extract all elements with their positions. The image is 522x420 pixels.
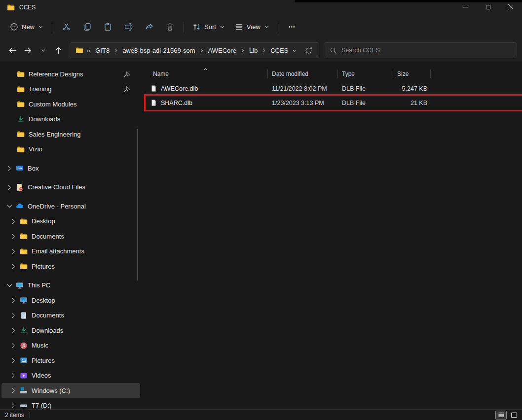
file-row-awecore-dlb[interactable]: AWECore.dlb11/21/2022 8:02 PMDLB File5,2…	[146, 81, 522, 96]
sidebar-item-desktop[interactable]: Desktop	[1, 293, 140, 308]
sidebar-item-label: Custom Modules	[29, 101, 77, 108]
sidebar-item-label: Pictures	[32, 357, 55, 364]
delete-button[interactable]	[159, 19, 180, 35]
column-header-size[interactable]: Size	[393, 68, 431, 80]
folder-icon	[20, 232, 28, 240]
sidebar-item-vizio[interactable]: Vizio	[1, 142, 140, 157]
sidebar-item-label: Documents	[32, 312, 64, 319]
chevron-right-icon[interactable]	[10, 313, 17, 318]
sidebar-item-creative-cloud-files[interactable]: Creative Cloud Files	[1, 180, 140, 195]
monitor-icon	[20, 296, 28, 304]
back-button[interactable]	[6, 44, 19, 57]
chevron-right-icon[interactable]	[112, 48, 119, 53]
breadcrumb-segment-lib[interactable]: Lib	[246, 45, 261, 56]
sidebar-item-documents[interactable]: Documents	[1, 229, 140, 244]
up-button[interactable]	[52, 44, 65, 57]
breadcrumb-segment-awe8-bsp-adi-21569-som[interactable]: awe8-bsp-adi-21569-som	[119, 45, 198, 56]
large-icons-view-button[interactable]	[508, 411, 520, 420]
sidebar-item-onedrive-personal[interactable]: OneDrive - Personal	[1, 199, 140, 214]
address-bar[interactable]: « GIT8awe8-bsp-adi-21569-somAWECoreLibCC…	[70, 42, 319, 58]
sidebar-item-training[interactable]: Training	[1, 82, 140, 97]
folder-icon	[7, 3, 15, 11]
toolbar-separator	[52, 22, 52, 33]
sidebar-item-label: This PC	[28, 281, 50, 289]
details-view-button[interactable]	[495, 411, 507, 420]
sidebar-item-custom-modules[interactable]: Custom Modules	[1, 97, 140, 112]
breadcrumb-segment-git8[interactable]: GIT8	[92, 45, 112, 56]
sidebar-item-pictures[interactable]: Pictures	[1, 259, 140, 274]
chevron-right-icon[interactable]	[10, 263, 17, 269]
chevron-right-icon[interactable]	[198, 48, 205, 53]
sidebar-item-sales-engineering[interactable]: Sales Engineering	[1, 127, 140, 142]
sidebar-item-email-attachments[interactable]: Email attachments	[1, 244, 140, 259]
folder-icon	[75, 46, 83, 54]
sidebar-item-box[interactable]: boxBox	[1, 161, 140, 176]
recent-locations-button[interactable]	[37, 44, 50, 57]
forward-button[interactable]	[21, 44, 35, 57]
sidebar-item-downloads[interactable]: Downloads	[1, 112, 140, 127]
window-controls	[454, 0, 522, 15]
close-button[interactable]	[499, 0, 522, 15]
breadcrumb-overflow-icon[interactable]: «	[87, 47, 90, 54]
column-headers: NameDate modifiedTypeSize	[146, 68, 522, 80]
sidebar-item-label: Downloads	[29, 115, 60, 123]
sidebar-item-music[interactable]: Music	[1, 338, 140, 353]
pictures-icon	[20, 356, 28, 364]
sidebar-item-label: Documents	[32, 233, 64, 240]
cut-button[interactable]	[56, 19, 76, 35]
address-dropdown-icon[interactable]	[292, 48, 297, 53]
sidebar-item-desktop[interactable]: Desktop	[1, 214, 140, 229]
file-row-sharc-dlb[interactable]: SHARC.dlb1/23/2023 3:13 PMDLB File21 KB	[146, 96, 522, 110]
sidebar-item-videos[interactable]: Videos	[1, 368, 140, 384]
share-button[interactable]	[139, 19, 159, 35]
breadcrumb-segment-awecore[interactable]: AWECore	[205, 45, 239, 56]
chevron-right-icon[interactable]	[261, 48, 267, 53]
sidebar-item-reference-designs[interactable]: Reference Designs	[1, 67, 140, 82]
view-button[interactable]: View	[230, 19, 274, 35]
refresh-icon[interactable]	[305, 47, 312, 54]
sidebar-item-label: Vizio	[29, 145, 42, 153]
column-header-type[interactable]: Type	[338, 68, 393, 80]
paste-button[interactable]	[97, 19, 118, 35]
chevron-right-icon[interactable]	[10, 327, 17, 333]
rename-button[interactable]	[118, 19, 139, 35]
new-button[interactable]: New	[5, 19, 48, 35]
sidebar-item-downloads[interactable]: Downloads	[1, 323, 140, 338]
chevron-right-icon[interactable]	[239, 48, 246, 53]
sidebar-item-pictures[interactable]: Pictures	[1, 353, 140, 368]
minimize-button[interactable]	[454, 0, 477, 15]
chevron-right-icon[interactable]	[10, 403, 17, 409]
copy-button[interactable]	[76, 19, 97, 35]
file-pane: NameDate modifiedTypeSize AWECore.dlb11/…	[142, 62, 522, 409]
sidebar-scrollbar[interactable]	[137, 129, 138, 280]
chevron-right-icon[interactable]	[10, 248, 17, 254]
breadcrumb: GIT8awe8-bsp-adi-21569-somAWECoreLibCCES	[92, 45, 291, 56]
chevron-right-icon[interactable]	[10, 357, 17, 363]
chevron-right-icon[interactable]	[10, 387, 17, 393]
chevron-right-icon[interactable]	[6, 184, 13, 190]
chevron-right-icon[interactable]	[10, 297, 17, 303]
column-header-date-modified[interactable]: Date modified	[268, 68, 338, 80]
breadcrumb-segment-cces[interactable]: CCES	[267, 45, 291, 56]
sidebar-item-this-pc[interactable]: This PC	[1, 278, 140, 293]
chevron-down-icon[interactable]	[6, 282, 13, 288]
chevron-right-icon[interactable]	[10, 343, 17, 349]
chevron-right-icon[interactable]	[10, 233, 17, 239]
chevron-down-icon[interactable]	[6, 203, 13, 209]
column-header-name[interactable]: Name	[146, 68, 268, 80]
sidebar-item-label: Videos	[32, 372, 51, 379]
chevron-right-icon[interactable]	[6, 165, 13, 171]
sidebar-item-t7-d[interactable]: T7 (D:)	[1, 398, 140, 410]
file-size: 21 KB	[393, 100, 431, 106]
search-box[interactable]	[324, 42, 517, 58]
sidebar-item-documents[interactable]: Documents	[1, 308, 140, 323]
search-input[interactable]	[341, 47, 511, 54]
more-options-button[interactable]: •••	[282, 19, 302, 35]
maximize-button[interactable]	[477, 0, 499, 15]
chevron-right-icon[interactable]	[10, 218, 17, 224]
sidebar-item-windows-c[interactable]: Windows (C:)	[1, 383, 140, 398]
sort-button[interactable]: Sort	[187, 19, 230, 35]
column-header-label: Size	[397, 70, 409, 77]
chevron-right-icon[interactable]	[10, 373, 17, 379]
search-icon	[330, 47, 337, 54]
